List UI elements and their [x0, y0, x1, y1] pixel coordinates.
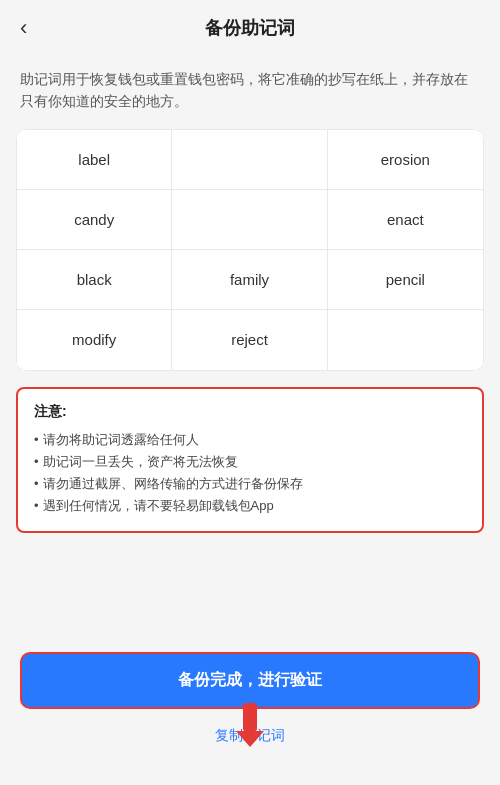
warning-item-4: • 遇到任何情况，请不要轻易卸载钱包App — [34, 495, 466, 517]
mnemonic-word-3: erosion — [328, 130, 483, 190]
page-header: ‹ 备份助记词 — [0, 0, 500, 56]
mnemonic-word-9: pencil — [328, 250, 483, 310]
mnemonic-word-4: candy — [17, 190, 172, 250]
mnemonic-word-2 — [172, 130, 327, 190]
bullet-1: • — [34, 429, 39, 451]
arrow-body — [243, 703, 257, 731]
verify-button[interactable]: 备份完成，进行验证 — [20, 652, 480, 709]
mnemonic-grid: label erosion candy enact black family p… — [16, 129, 484, 371]
mnemonic-word-12 — [328, 310, 483, 370]
warning-item-3: • 请勿通过截屏、网络传输的方式进行备份保存 — [34, 473, 466, 495]
mnemonic-word-8: family — [172, 250, 327, 310]
mnemonic-word-10: modify — [17, 310, 172, 370]
mnemonic-word-5 — [172, 190, 327, 250]
bullet-4: • — [34, 495, 39, 517]
bullet-3: • — [34, 473, 39, 495]
verify-button-wrapper: 备份完成，进行验证 — [20, 652, 480, 709]
mnemonic-word-1: label — [17, 130, 172, 190]
warning-box: 注意: • 请勿将助记词透露给任何人 • 助记词一旦丢失，资产将无法恢复 • 请… — [16, 387, 484, 533]
mnemonic-word-6: enact — [328, 190, 483, 250]
arrow-head — [236, 731, 264, 747]
warning-item-2: • 助记词一旦丢失，资产将无法恢复 — [34, 451, 466, 473]
description-text: 助记词用于恢复钱包或重置钱包密码，将它准确的抄写在纸上，并存放在只有你知道的安全… — [0, 56, 500, 129]
arrow-indicator — [236, 703, 264, 747]
back-button[interactable]: ‹ — [20, 17, 27, 39]
warning-item-1: • 请勿将助记词透露给任何人 — [34, 429, 466, 451]
page-title: 备份助记词 — [205, 16, 295, 40]
button-section: 备份完成，进行验证 复制助记词 — [0, 652, 500, 745]
mnemonic-word-7: black — [17, 250, 172, 310]
warning-title: 注意: — [34, 403, 466, 421]
mnemonic-container: label erosion candy enact black family p… — [16, 129, 484, 371]
bullet-2: • — [34, 451, 39, 473]
mnemonic-word-11: reject — [172, 310, 327, 370]
